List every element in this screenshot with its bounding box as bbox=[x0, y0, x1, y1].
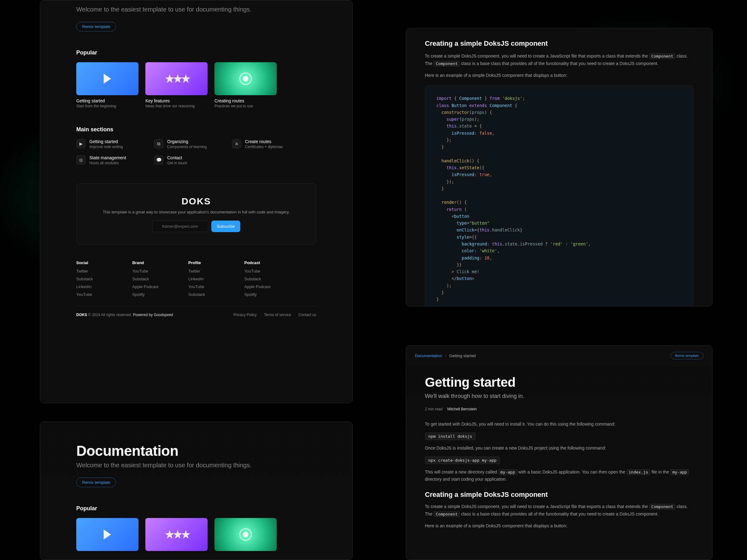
subscribe-cta: DOKS This template is a great way to sho… bbox=[76, 183, 316, 245]
target-icon bbox=[214, 62, 277, 95]
card-getting-started[interactable] bbox=[76, 518, 138, 551]
doc-title: Getting started bbox=[425, 375, 693, 390]
read-time: 2 min read bbox=[425, 407, 443, 411]
star-icon: ★★★ bbox=[145, 62, 208, 95]
crumb-documentation[interactable]: Documentation bbox=[415, 353, 442, 358]
inline-code: my-app bbox=[670, 469, 689, 475]
section-state-management[interactable]: ◎ State managementHosts all modules bbox=[76, 155, 148, 165]
main-sections-grid: ▶ Getting startedImprove note writing ⧉ … bbox=[76, 139, 316, 165]
popular-cards: Getting started Start from the beginning… bbox=[76, 62, 316, 108]
remix-template-button[interactable]: Remix template bbox=[670, 352, 703, 359]
landing-panel: Welcome to the easiest template to use f… bbox=[40, 0, 353, 403]
footer-link[interactable]: YouTube bbox=[244, 269, 297, 273]
popular-cards: ★★★ bbox=[76, 518, 316, 551]
footer-link[interactable]: Apple Podcast bbox=[132, 284, 185, 289]
inline-code: Component bbox=[434, 61, 460, 66]
inline-code: index.js bbox=[626, 469, 650, 475]
article-panel: Creating a simple DoksJS component To cr… bbox=[406, 28, 713, 306]
footer-link[interactable]: LinkedIn bbox=[188, 276, 241, 281]
card-key-features[interactable]: ★★★ bbox=[145, 518, 208, 551]
doc-paragraph: This will create a new directory called … bbox=[425, 469, 693, 483]
footer-col-social: Social Twitter Substack LinkedIn YouTube bbox=[76, 260, 129, 300]
section-contact[interactable]: 💬 ContactGet in touch bbox=[154, 155, 226, 165]
popular-heading: Popular bbox=[76, 505, 316, 512]
section-getting-started[interactable]: ▶ Getting startedImprove note writing bbox=[76, 139, 148, 149]
shuffle-icon: ⤨ bbox=[232, 139, 241, 149]
remix-template-button[interactable]: Remix template bbox=[76, 478, 116, 487]
doc-subtitle: We'll walk through how to start diving i… bbox=[425, 393, 693, 399]
play-icon bbox=[76, 518, 138, 551]
card-key-features[interactable]: ★★★ Key features Ideas that drive our re… bbox=[145, 62, 208, 108]
crumb-current: Getting started bbox=[449, 353, 475, 358]
article-paragraph: Here is an example of a simple DoksJS co… bbox=[425, 72, 693, 79]
hero-subtitle: Welcome to the easiest template to use f… bbox=[76, 6, 316, 13]
contact-link[interactable]: Contact us bbox=[299, 313, 316, 317]
popular-heading: Popular bbox=[76, 50, 316, 56]
inline-code: Component bbox=[434, 511, 460, 517]
footer-col-podcast: Podcast YouTube Substack Apple Podcast S… bbox=[244, 260, 297, 300]
footer-link[interactable]: Substack bbox=[188, 292, 241, 297]
footer-link[interactable]: Twitter bbox=[76, 269, 129, 273]
hero-panel: Documentation Welcome to the easiest tem… bbox=[40, 422, 353, 560]
section-organizing[interactable]: ⧉ OrganizingComponents of learning bbox=[154, 139, 226, 149]
footer-link[interactable]: Twitter bbox=[188, 269, 241, 273]
cta-title: DOKS bbox=[89, 196, 304, 207]
chat-icon: 💬 bbox=[154, 155, 163, 165]
code-block: import { Component } from 'doksjs'; clas… bbox=[425, 85, 693, 306]
footer-col-brand: Brand YouTube Substack Apple Podcast Spo… bbox=[132, 260, 185, 300]
doc-page-panel: Documentation / Getting started Remix te… bbox=[406, 345, 713, 560]
email-input[interactable] bbox=[152, 220, 208, 232]
hero-subtitle: Welcome to the easiest template to use f… bbox=[76, 462, 316, 469]
footer-link[interactable]: Spotify bbox=[132, 292, 185, 297]
target-icon bbox=[214, 518, 277, 551]
inline-code: Component bbox=[649, 53, 675, 59]
doc-meta: 2 min read Mitchell Bernstein bbox=[425, 407, 693, 411]
command-block: npx create-doksjs-app my-app bbox=[425, 456, 500, 464]
author-name: Mitchell Bernstein bbox=[447, 407, 477, 411]
command-block: npm install doksjs bbox=[425, 432, 475, 440]
star-icon: ★★★ bbox=[145, 518, 208, 551]
doc-h2: Creating a simple DoksJS component bbox=[425, 490, 693, 499]
doc-paragraph: To get started with DoksJS, you will nee… bbox=[425, 421, 693, 428]
card-getting-started[interactable]: Getting started Start from the beginning bbox=[76, 62, 138, 108]
privacy-link[interactable]: Privacy Policy bbox=[233, 313, 257, 317]
main-sections-heading: Main sections bbox=[76, 126, 316, 133]
footer-link[interactable]: YouTube bbox=[132, 269, 185, 273]
footer-link[interactable]: YouTube bbox=[76, 292, 129, 297]
brand-name: DOKS bbox=[76, 313, 87, 317]
remix-template-button[interactable]: Remix template bbox=[76, 22, 116, 31]
footer-link[interactable]: YouTube bbox=[188, 284, 241, 289]
footer-columns: Social Twitter Substack LinkedIn YouTube… bbox=[76, 260, 316, 300]
footer-link[interactable]: Substack bbox=[132, 276, 185, 281]
footer-bottom: DOKS © 2024 All rights reserved Powered … bbox=[76, 306, 316, 317]
play-icon: ▶ bbox=[76, 139, 85, 149]
card-creating-routes[interactable] bbox=[214, 518, 277, 551]
card-creating-routes[interactable]: Creating routes Practices we put to use bbox=[214, 62, 277, 108]
inline-code: my-app bbox=[498, 469, 517, 475]
hero-title: Documentation bbox=[76, 443, 316, 459]
cta-text: This template is a great way to showcase… bbox=[89, 210, 304, 214]
breadcrumb: Documentation / Getting started bbox=[415, 353, 476, 358]
doc-paragraph: Once DoksJS is installed, you can create… bbox=[425, 445, 693, 452]
subscribe-button[interactable]: Subscribe bbox=[211, 220, 240, 232]
footer-link[interactable]: LinkedIn bbox=[76, 284, 129, 289]
footer-link[interactable]: Substack bbox=[76, 276, 129, 281]
section-create-routes[interactable]: ⤨ Create routesCertificates + diplomas bbox=[232, 139, 304, 149]
inline-code: Component bbox=[649, 504, 675, 510]
footer-link[interactable]: Apple Podcast bbox=[244, 284, 297, 289]
doc-paragraph: To create a simple DoksJS component, you… bbox=[425, 503, 693, 518]
footer-col-profile: Profile Twitter LinkedIn YouTube Substac… bbox=[188, 260, 241, 300]
target-icon: ◎ bbox=[76, 155, 85, 165]
grid-icon: ⧉ bbox=[154, 139, 163, 149]
article-heading: Creating a simple DoksJS component bbox=[425, 39, 693, 48]
article-paragraph: To create a simple DoksJS component, you… bbox=[425, 53, 693, 68]
footer-link[interactable]: Spotify bbox=[244, 292, 297, 297]
terms-link[interactable]: Terms of service bbox=[264, 313, 291, 317]
play-icon bbox=[76, 62, 138, 95]
footer-link[interactable]: Substack bbox=[244, 276, 297, 281]
doc-paragraph: Here is an example of a simple DoksJS co… bbox=[425, 522, 693, 530]
